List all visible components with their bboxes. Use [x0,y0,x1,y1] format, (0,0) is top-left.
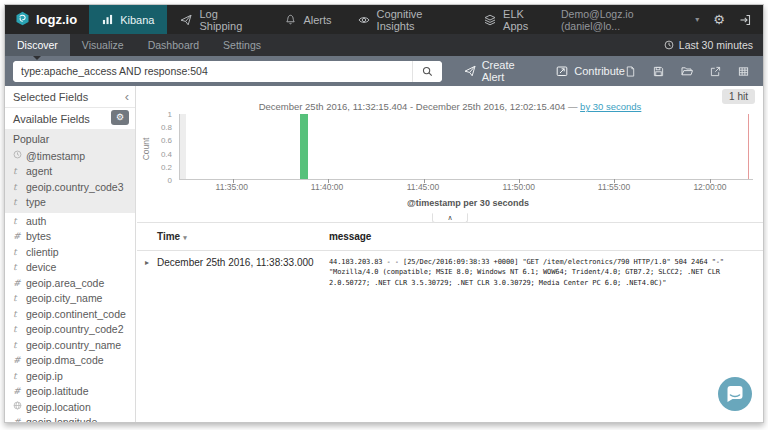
y-tick-label: 0 [168,176,172,185]
fields-sidebar: Selected Fields ‹ Available Fields ⚙ Pop… [5,86,136,422]
histogram-bar[interactable] [300,114,308,179]
topnav-item-elk-apps[interactable]: ELK Apps [471,5,561,34]
y-tick-label: 0.6 [161,136,172,145]
field-type[interactable]: ttype [5,195,135,211]
tab-discover[interactable]: Discover [5,34,70,56]
interval-link[interactable]: by 30 seconds [580,101,641,112]
search-input[interactable] [13,61,412,82]
field-agent[interactable]: tagent [5,164,135,180]
contribute-button[interactable]: Contribute [556,65,625,77]
field-bytes[interactable]: #bytes [5,229,135,245]
histogram-chart: Count 00.20.40.60.81 11:35:0011:40:0011:… [143,114,753,206]
histogram-time-range: December 25th 2016, 11:32:15.404 - Decem… [259,101,578,112]
histogram-title: December 25th 2016, 11:32:15.404 - Decem… [137,101,763,112]
collapse-histogram-button[interactable]: ∧ [432,213,468,223]
logout-icon[interactable] [739,14,751,26]
kibana-sub-navigation: DiscoverVisualizeDashboardSettings Last … [5,34,763,56]
field-geoip-area-code[interactable]: #geoip.area_code [5,275,135,291]
topnav-item-log-shipping[interactable]: Log Shipping [167,5,272,34]
string-field-icon: t [13,340,26,350]
collapse-sidebar-icon[interactable]: ‹ [125,89,129,104]
string-field-icon: t [13,324,26,334]
gear-icon[interactable]: ⚙ [713,13,725,26]
field-label: geoip.country_name [26,339,121,351]
message-column-label: message [329,231,371,242]
field-label: geoip.dma_code [26,354,104,366]
field-geoip-country-code2[interactable]: tgeoip.country_code2 [5,322,135,338]
field-geoip-dma-code[interactable]: #geoip.dma_code [5,353,135,369]
field-geoip-latitude[interactable]: #geoip.latitude [5,384,135,400]
search-box [13,61,442,82]
number-field-icon: # [13,417,26,422]
field-settings-gear-icon[interactable]: ⚙ [111,110,129,125]
topnav-item-cognitive-insights[interactable]: Cognitive Insights [345,5,471,34]
field-label: @timestamp [26,150,85,162]
share-icon[interactable] [710,66,721,77]
field-label: geoip.city_name [26,292,102,304]
field-label: agent [26,165,52,177]
save-search-icon[interactable] [653,66,664,77]
table-icon[interactable] [738,66,749,77]
field-geoip-country-code3[interactable]: tgeoip.country_code3 [5,179,135,195]
table-header-row: Time▾ message [137,223,763,251]
open-search-icon[interactable] [681,65,693,77]
new-search-icon[interactable] [625,66,636,77]
y-tick-label: 0.8 [161,123,172,132]
top-navigation-bar: logz.io KibanaLog ShippingAlertsCognitiv… [5,5,763,34]
log-shipping-icon [180,14,192,26]
string-field-icon: t [13,247,26,257]
expand-row-icon[interactable]: ▸ [137,257,157,267]
string-field-icon: t [13,371,26,381]
field-geoip-city-name[interactable]: tgeoip.city_name [5,291,135,307]
number-field-icon: # [13,386,26,396]
time-column-header[interactable]: Time▾ [157,231,329,242]
y-axis-label: Count [141,138,151,161]
sort-desc-icon: ▾ [183,234,187,241]
field-geoip-longitude[interactable]: #geoip.longitude [5,415,135,423]
field-geoip-country-name[interactable]: tgeoip.country_name [5,337,135,353]
field-label: geoip.ip [26,370,63,382]
logzio-logo-icon [15,11,30,29]
time-picker[interactable]: Last 30 minutes [664,34,763,56]
field-geoip-location[interactable]: geoip.location [5,399,135,415]
number-field-icon: # [13,231,26,241]
topnav-item-kibana[interactable]: Kibana [89,5,167,34]
table-row[interactable]: ▸ December 25th 2016, 11:38:33.000 44.18… [137,251,763,290]
create-alert-icon [464,65,476,77]
x-tick-label: 11:50:00 [503,182,535,192]
topnav-item-label: Log Shipping [199,8,259,32]
topnav-item-label: Kibana [120,14,154,26]
time-range-label: Last 30 minutes [679,39,753,51]
subnav-tabs: DiscoverVisualizeDashboardSettings [5,34,273,56]
field-geoip-ip[interactable]: tgeoip.ip [5,368,135,384]
chat-bubble-icon[interactable] [717,376,753,416]
x-tick-label: 11:40:00 [311,182,343,192]
field-label: type [26,196,46,208]
field-device[interactable]: tdevice [5,260,135,276]
partial-bucket-endzone [180,114,186,179]
field-label: geoip.longitude [26,416,97,422]
create-alert-button[interactable]: Create Alert [464,59,535,83]
account-menu[interactable]: Demo@Logz.io (daniel@lo... ▾ [561,8,699,32]
tab-visualize[interactable]: Visualize [70,34,136,56]
topnav-item-label: Cognitive Insights [377,8,458,32]
string-field-icon: t [13,293,26,303]
field-clientip[interactable]: tclientip [5,244,135,260]
tab-dashboard[interactable]: Dashboard [136,34,211,56]
field-auth[interactable]: tauth [5,213,135,229]
topnav-item-alerts[interactable]: Alerts [272,5,344,34]
logzio-logo[interactable]: logz.io [5,5,89,34]
field--timestamp[interactable]: @timestamp [5,148,135,164]
tab-settings[interactable]: Settings [211,34,273,56]
string-field-icon: t [13,166,26,176]
search-icon[interactable] [412,61,442,82]
field-label: geoip.continent_code [26,308,126,320]
string-field-icon: t [13,309,26,319]
field-label: geoip.latitude [26,385,88,397]
message-column-header[interactable]: message [329,229,763,245]
popular-fields-section: Popular @timestamptagenttgeoip.country_c… [5,129,135,213]
y-tick-label: 0.4 [161,149,172,158]
field-label: geoip.location [26,401,91,413]
field-geoip-continent-code[interactable]: tgeoip.continent_code [5,306,135,322]
date-field-icon [13,150,26,161]
